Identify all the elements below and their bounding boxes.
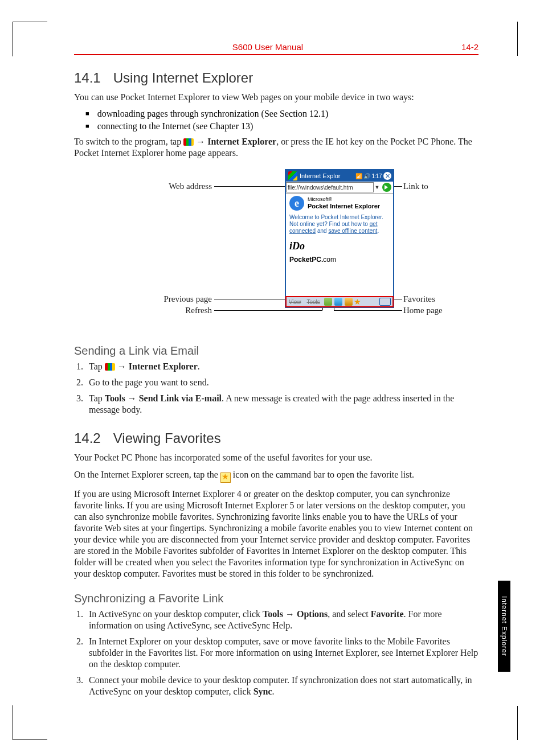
paragraph: On the Internet Explorer screen, tap the… bbox=[74, 469, 479, 483]
favorites-star-icon[interactable]: ★ bbox=[354, 298, 362, 306]
steps-send-link: Tap → Internet Explorer. Go to the page … bbox=[74, 361, 479, 416]
home-icon[interactable] bbox=[345, 298, 353, 306]
keyboard-icon[interactable] bbox=[379, 298, 391, 306]
doc-title: S600 User Manual bbox=[232, 42, 303, 52]
text: On the Internet Explorer screen, tap the bbox=[74, 470, 220, 479]
app-title: Internet Explor bbox=[300, 172, 355, 179]
device-titlebar: Internet Explor 📶 🔊 1:17 ✕ bbox=[286, 170, 393, 182]
manual-page: Internet Explorer S600 User Manual 14-2 … bbox=[0, 0, 548, 756]
address-bar: ▼ bbox=[286, 182, 393, 194]
link-text[interactable]: save offline content bbox=[328, 228, 377, 234]
callout-line bbox=[214, 299, 285, 299]
callout-previous-page: Previous page bbox=[149, 294, 212, 304]
steps-sync: In ActiveSync on your desktop computer, … bbox=[74, 609, 479, 697]
callout-line bbox=[214, 186, 285, 187]
paragraph: Your Pocket PC Phone has incorporated so… bbox=[74, 452, 479, 463]
text: PocketPC. bbox=[289, 256, 323, 264]
pocketpc-com: PocketPC.com bbox=[289, 256, 390, 264]
bold-text: Send Link via E-mail bbox=[139, 393, 222, 403]
back-icon[interactable] bbox=[324, 298, 332, 306]
section-number: 14.2 bbox=[74, 430, 101, 446]
bullet-item: connecting to the Internet (see Chapter … bbox=[85, 121, 479, 132]
ie-logo-icon: e bbox=[289, 196, 304, 211]
signal-icon: 📶 🔊 bbox=[355, 173, 370, 179]
subheading-send-link: Sending a Link via Email bbox=[74, 344, 479, 358]
arrow: → bbox=[283, 609, 297, 619]
ido-logo: iDo bbox=[289, 240, 390, 252]
callout-line bbox=[334, 310, 402, 311]
text: Welcome to Pocket Internet Explorer. bbox=[289, 214, 383, 220]
callout-favorites: Favorites bbox=[403, 294, 435, 304]
text: . bbox=[272, 687, 275, 696]
bold-text: Options bbox=[297, 609, 328, 619]
brand-text: Microsoft® Pocket Internet Explorer bbox=[308, 197, 380, 210]
bold-text: Internet Explorer bbox=[207, 137, 276, 146]
text: . bbox=[377, 228, 379, 234]
section-title: Viewing Favorites bbox=[113, 430, 221, 446]
text: icon on the cammand bar to open the favo… bbox=[231, 470, 414, 479]
command-bar: View Tools ★ bbox=[286, 296, 393, 307]
text: Tap bbox=[89, 361, 105, 371]
text: To switch to the program, tap bbox=[74, 137, 183, 146]
close-icon[interactable]: ✕ bbox=[383, 172, 391, 180]
bold-text: Internet Explorer bbox=[129, 361, 198, 371]
callout-link-to: Link to bbox=[403, 182, 428, 191]
text: Not online yet? Find out how to bbox=[289, 221, 370, 227]
crop-mark bbox=[13, 705, 47, 740]
bold-text: Tools bbox=[263, 609, 283, 619]
running-header: S600 User Manual 14-2 bbox=[74, 42, 479, 55]
callout-web-address: Web address bbox=[161, 182, 212, 191]
text: Connect your mobile device to your deskt… bbox=[89, 675, 472, 696]
crop-mark bbox=[13, 22, 47, 56]
subheading-sync-fav: Synchronizing a Favorite Link bbox=[74, 592, 479, 605]
section-14-2-heading: 14.2Viewing Favorites bbox=[74, 430, 479, 446]
chapter-tab: Internet Explorer bbox=[498, 581, 510, 672]
text: Microsoft® bbox=[308, 196, 332, 202]
section-number: 14.1 bbox=[74, 70, 101, 85]
clock-text: 1:17 bbox=[372, 173, 382, 179]
windows-flag-icon bbox=[288, 171, 297, 180]
device-body: e Microsoft® Pocket Internet Explorer We… bbox=[286, 194, 393, 266]
page-content: S600 User Manual 14-2 14.1Using Internet… bbox=[74, 42, 479, 702]
crop-mark bbox=[517, 22, 518, 56]
bold-text: Tools bbox=[105, 393, 125, 403]
favorites-star-icon: ★ bbox=[220, 472, 231, 483]
arrow: → bbox=[125, 393, 139, 403]
switch-paragraph: To switch to the program, tap → Internet… bbox=[74, 136, 479, 159]
bold-text: Favorite bbox=[371, 609, 404, 619]
text: . bbox=[198, 361, 200, 371]
welcome-text: Welcome to Pocket Internet Explorer. Not… bbox=[289, 214, 390, 235]
dropdown-icon[interactable]: ▼ bbox=[374, 184, 381, 190]
text: and bbox=[316, 228, 328, 234]
step: Tap → Internet Explorer. bbox=[85, 361, 479, 372]
callout-home-page: Home page bbox=[403, 306, 443, 315]
step: Tap Tools → Send Link via E-mail. A new … bbox=[85, 393, 479, 416]
page-number: 14-2 bbox=[461, 42, 479, 52]
callout-refresh: Refresh bbox=[180, 306, 212, 315]
tools-menu[interactable]: Tools bbox=[304, 299, 323, 305]
bold-text: Sync bbox=[253, 687, 272, 696]
bullet-item: downloading pages through synchronizatio… bbox=[85, 109, 479, 119]
start-flag-icon bbox=[183, 138, 194, 146]
arrow: → bbox=[115, 361, 129, 371]
address-input[interactable] bbox=[286, 182, 374, 192]
go-button[interactable] bbox=[382, 183, 391, 192]
text: Tap bbox=[89, 393, 105, 403]
step: Go to the page you want to send. bbox=[85, 377, 479, 388]
text: Pocket Internet Explorer bbox=[308, 203, 380, 209]
step: Connect your mobile device to your deskt… bbox=[85, 675, 479, 697]
text: com bbox=[323, 256, 336, 264]
step: In Internet Explorer on your desktop com… bbox=[85, 636, 479, 670]
figure-pocket-ie: Web address Previous page Refresh Link t… bbox=[74, 167, 479, 332]
section-title: Using Internet Explorer bbox=[113, 70, 253, 85]
intro-paragraph: You can use Pocket Internet Explorer to … bbox=[74, 92, 479, 103]
arrow: → bbox=[194, 137, 207, 146]
device-screenshot: Internet Explor 📶 🔊 1:17 ✕ ▼ e Microsoft… bbox=[285, 169, 394, 308]
step: In ActiveSync on your desktop computer, … bbox=[85, 609, 479, 631]
paragraph: If you are using Microsoft Internet Expl… bbox=[74, 488, 479, 580]
text: , and select bbox=[328, 609, 371, 619]
text: In ActiveSync on your desktop computer, … bbox=[89, 609, 263, 619]
view-menu[interactable]: View bbox=[286, 299, 304, 305]
refresh-icon[interactable] bbox=[334, 298, 342, 306]
start-flag-icon bbox=[105, 363, 115, 371]
